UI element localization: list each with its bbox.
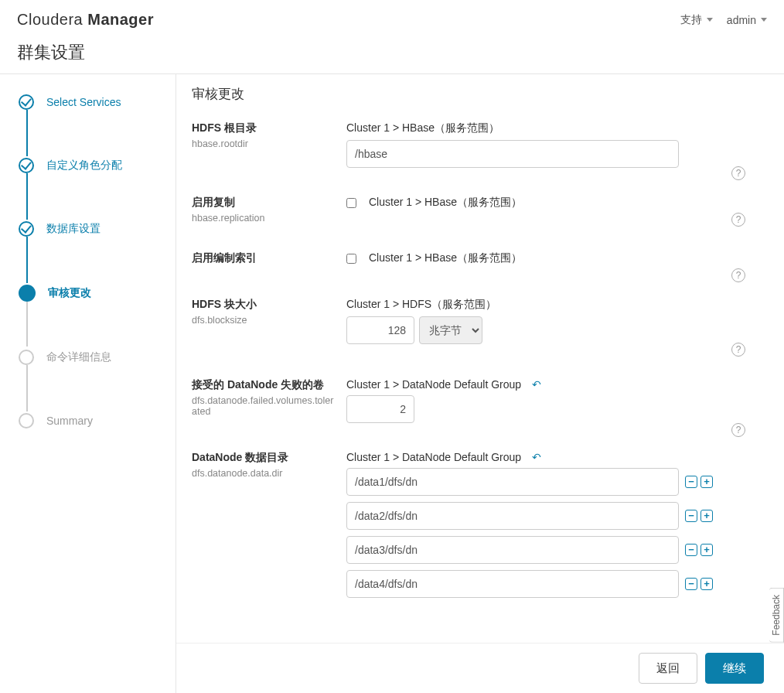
remove-button[interactable]: − [685,578,697,590]
datadir-row: −+ [346,468,769,496]
step-label: 命令详细信息 [46,350,111,364]
support-link[interactable]: 支持 [680,13,713,27]
page-title: 群集设置 [0,36,784,73]
wizard: Select Services 自定义角色分配 数据库设置 审核更改 命令详细信… [0,74,784,693]
blocksize-input[interactable] [346,316,414,344]
setting-data-dir: DataNode 数据目录 dfs.datanode.data.dir Clus… [192,451,769,604]
datadir-row: −+ [346,502,769,530]
help-icon[interactable]: ? [731,213,745,227]
feedback-tab[interactable]: Feedback [769,588,784,643]
scope-text: Cluster 1 > HBase（服务范围） [369,196,522,210]
datadir-input[interactable] [346,502,679,530]
remove-button[interactable]: − [685,476,697,488]
step-line [26,237,28,283]
step-line [26,365,28,411]
user-label: admin [727,14,756,26]
add-button[interactable]: + [700,544,713,556]
back-button[interactable]: 返回 [639,653,697,684]
check-icon [19,94,34,110]
help-icon[interactable]: ? [731,423,745,437]
step-label: Summary [46,415,93,427]
replication-checkbox[interactable] [346,198,356,208]
setting-key: dfs.datanode.failed.volumes.tolerated [192,395,334,417]
content[interactable]: 审核更改 HDFS 根目录 hbase.rootdir Cluster 1 > … [176,74,784,693]
undo-icon[interactable]: ↶ [532,451,541,463]
scope-text: Cluster 1 > HBase（服务范围） [369,251,522,265]
current-step-icon [19,285,36,302]
add-button[interactable]: + [700,578,713,590]
setting-scope: Cluster 1 > HDFS（服务范围） [346,298,769,312]
setting-key: hbase.replication [192,213,334,224]
setting-scope: Cluster 1 > DataNode Default Group↶ [346,378,769,391]
step-line [26,173,28,220]
blocksize-unit-select[interactable]: 兆字节 [419,316,482,344]
check-icon [19,158,34,173]
setting-label: HDFS 块大小 [192,298,334,312]
sidebar: Select Services 自定义角色分配 数据库设置 审核更改 命令详细信… [0,74,176,693]
scope-text: Cluster 1 > DataNode Default Group [346,378,521,391]
undo-icon[interactable]: ↶ [532,378,541,391]
topbar: Cloudera Manager 支持 admin [0,0,784,36]
remove-button[interactable]: − [685,510,697,522]
add-button[interactable]: + [700,510,713,522]
brand: Cloudera Manager [17,11,154,29]
setting-scope: Cluster 1 > HBase（服务范围） [346,121,769,135]
setting-hbase-replication: 启用复制 hbase.replication Cluster 1 > HBase… [192,196,769,224]
setting-label: DataNode 数据目录 [192,451,334,465]
step-assign-roles[interactable]: 自定义角色分配 [19,158,168,173]
rootdir-input[interactable] [346,140,679,168]
step-line [26,300,28,346]
step-label: 自定义角色分配 [46,159,122,172]
setting-key: hbase.rootdir [192,138,334,149]
setting-label: 启用复制 [192,196,334,210]
add-button[interactable]: + [700,476,713,488]
setting-label: 接受的 DataNode 失败的卷 [192,378,334,392]
datadir-row: −+ [346,570,769,598]
help-icon[interactable]: ? [731,268,745,282]
help-icon[interactable]: ? [731,343,745,357]
pending-step-icon [19,413,34,428]
content-title: 审核更改 [192,85,769,103]
caret-icon [707,18,713,22]
datadir-input[interactable] [346,468,679,496]
setting-hbase-rootdir: HDFS 根目录 hbase.rootdir Cluster 1 > HBase… [192,121,769,168]
pending-step-icon [19,350,34,365]
top-links: 支持 admin [680,13,767,27]
datadir-row: −+ [346,536,769,564]
user-link[interactable]: admin [727,13,767,27]
datadir-input[interactable] [346,536,679,564]
step-db-setup[interactable]: 数据库设置 [19,221,168,237]
indexing-checkbox[interactable] [346,254,356,264]
step-label: 数据库设置 [46,222,101,236]
step-select-services[interactable]: Select Services [19,94,168,110]
support-label: 支持 [680,13,702,27]
setting-label: HDFS 根目录 [192,121,334,135]
setting-label: 启用编制索引 [192,251,334,265]
caret-icon [761,18,767,22]
setting-dfs-blocksize: HDFS 块大小 dfs.blocksize Cluster 1 > HDFS（… [192,298,769,350]
datadir-input[interactable] [346,570,679,598]
brand-bold: Manager [87,11,154,28]
setting-scope: Cluster 1 > HBase（服务范围） [346,251,769,265]
step-cmd-details: 命令详细信息 [19,350,168,365]
setting-key: dfs.blocksize [192,315,334,326]
step-line [26,110,28,156]
step-summary: Summary [19,413,168,428]
help-icon[interactable]: ? [731,166,745,180]
setting-hbase-indexing: 启用编制索引 Cluster 1 > HBase（服务范围） ? [192,251,769,270]
scope-text: Cluster 1 > DataNode Default Group [346,451,521,463]
remove-button[interactable]: − [685,544,697,556]
continue-button[interactable]: 继续 [705,653,764,684]
check-icon [19,221,34,237]
step-label: Select Services [46,96,121,108]
setting-scope: Cluster 1 > HBase（服务范围） [346,196,769,210]
step-review[interactable]: 审核更改 [19,285,168,302]
setting-key: dfs.datanode.data.dir [192,468,334,479]
footer: 返回 继续 [176,643,784,693]
setting-scope: Cluster 1 > DataNode Default Group↶ [346,451,769,463]
brand-light: Cloudera [17,11,87,28]
step-label: 审核更改 [48,286,91,300]
setting-failed-volumes: 接受的 DataNode 失败的卷 dfs.datanode.failed.vo… [192,378,769,423]
failedvols-input[interactable] [346,395,414,423]
